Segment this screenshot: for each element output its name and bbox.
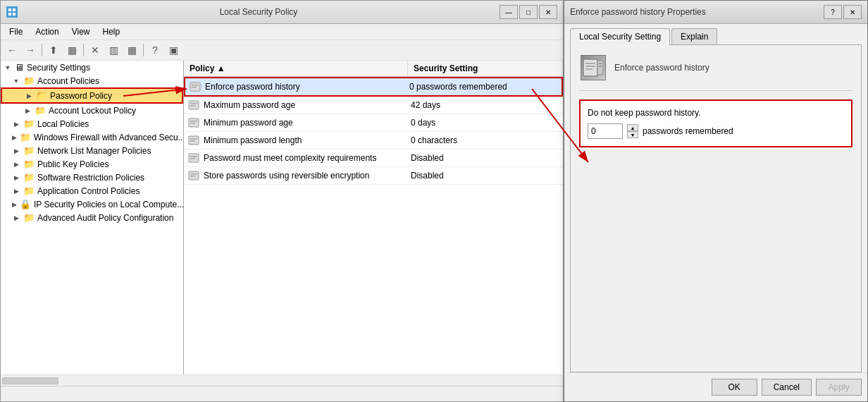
expand-icon-5[interactable]: ▶ bbox=[12, 120, 20, 128]
tree-item-password-policy[interactable]: ▶ 📁 Password Policy bbox=[1, 87, 183, 104]
expand-icon-8[interactable]: ▶ bbox=[12, 160, 20, 169]
tree-item-network-list[interactable]: ▶ 📁 Network List Manager Policies bbox=[1, 144, 183, 157]
status-bar bbox=[1, 386, 563, 401]
list-row[interactable]: Enforce password history 0 passwords rem… bbox=[184, 77, 563, 97]
tree-label-account-lockout: Account Lockout Policy bbox=[49, 106, 136, 116]
dialog-help-button[interactable]: ? bbox=[824, 5, 842, 19]
minimize-button[interactable]: — bbox=[500, 5, 518, 19]
tree-label-password-policy: Password Policy bbox=[50, 91, 112, 101]
tab-explain[interactable]: Explain bbox=[671, 28, 717, 44]
password-count-input[interactable] bbox=[588, 123, 623, 139]
dialog-close-button[interactable]: ✕ bbox=[843, 5, 862, 19]
tree-item-account-lockout-policy[interactable]: ▶ 📁 Account Lockout Policy bbox=[1, 104, 183, 117]
properties-button[interactable]: ▥ bbox=[105, 42, 122, 58]
svg-rect-16 bbox=[190, 140, 195, 142]
show-hide-tree-button[interactable]: ▦ bbox=[63, 42, 80, 58]
close-button[interactable]: ✕ bbox=[539, 5, 557, 19]
delete-button[interactable]: ✕ bbox=[87, 42, 104, 58]
tree-item-app-control[interactable]: ▶ 📁 Application Control Policies bbox=[1, 184, 183, 197]
list-row[interactable]: Store passwords using reversible encrypt… bbox=[184, 167, 563, 185]
expand-icon-7[interactable]: ▶ bbox=[12, 147, 20, 155]
tree-item-ip-security[interactable]: ▶ 🔒 IP Security Policies on Local Comput… bbox=[1, 197, 183, 211]
maximize-button[interactable]: □ bbox=[519, 5, 538, 19]
content-area: ▼ 🖥 Security Settings ▼ 📁 Account Polici… bbox=[1, 61, 563, 374]
dialog-tabs: Local Security Setting Explain bbox=[564, 24, 867, 44]
toolbar: ← → ⬆ ▦ ✕ ▥ ▦ ? ▣ bbox=[1, 40, 563, 61]
svg-rect-24 bbox=[585, 63, 595, 64]
tree-item-advanced-audit[interactable]: ▶ 📁 Advanced Audit Policy Configuration bbox=[1, 211, 183, 224]
list-row[interactable]: Minimum password length 0 characters bbox=[184, 132, 563, 150]
cancel-button[interactable]: Cancel bbox=[762, 379, 812, 396]
expand-icon-11[interactable]: ▶ bbox=[12, 200, 17, 209]
export-button[interactable]: ▣ bbox=[165, 42, 182, 58]
help-button[interactable]: ? bbox=[147, 42, 163, 58]
policy-name: Maximum password age bbox=[204, 100, 408, 110]
expand-icon-2[interactable]: ▼ bbox=[12, 77, 20, 85]
up-button[interactable]: ⬆ bbox=[45, 42, 62, 58]
tree-item-local-policies[interactable]: ▶ 📁 Local Policies bbox=[1, 117, 183, 130]
windows-firewall-icon: 📁 bbox=[20, 132, 31, 142]
svg-rect-2 bbox=[13, 8, 16, 11]
policy-icon bbox=[188, 80, 202, 94]
tree-panel: ▼ 🖥 Security Settings ▼ 📁 Account Polici… bbox=[1, 61, 184, 374]
view-button[interactable]: ▦ bbox=[123, 42, 140, 58]
ip-security-icon: 🔒 bbox=[20, 199, 31, 209]
menu-view[interactable]: View bbox=[66, 25, 96, 38]
expand-icon[interactable]: ▼ bbox=[4, 63, 12, 72]
title-bar: Local Security Policy — □ ✕ bbox=[1, 1, 563, 24]
policy-setting: 0 days bbox=[408, 118, 563, 128]
expand-icon-12[interactable]: ▶ bbox=[12, 214, 20, 222]
forward-button[interactable]: → bbox=[22, 42, 39, 58]
list-row[interactable]: Password must meet complexity requiremen… bbox=[184, 150, 563, 167]
tree-item-account-policies[interactable]: ▼ 📁 Account Policies bbox=[1, 74, 183, 87]
list-row[interactable]: Minimum password age 0 days bbox=[184, 114, 563, 132]
tree-label-security-settings: Security Settings bbox=[27, 63, 90, 73]
toolbar-separator-3 bbox=[143, 44, 144, 56]
tree-item-windows-firewall[interactable]: ▶ 📁 Windows Firewall with Advanced Secu.… bbox=[1, 130, 183, 144]
svg-rect-4 bbox=[13, 13, 16, 16]
spinner-buttons: ▲ ▼ bbox=[627, 124, 638, 138]
back-button[interactable]: ← bbox=[4, 42, 20, 58]
menu-action[interactable]: Action bbox=[30, 25, 64, 38]
policy-icon bbox=[187, 116, 201, 130]
expand-icon-10[interactable]: ▶ bbox=[12, 187, 20, 195]
apply-button[interactable]: Apply bbox=[816, 379, 862, 396]
expand-icon-3[interactable]: ▶ bbox=[25, 92, 33, 100]
svg-rect-15 bbox=[190, 138, 197, 140]
spinner-down-button[interactable]: ▼ bbox=[627, 131, 638, 138]
list-header: Policy ▲ Security Setting bbox=[184, 61, 563, 77]
title-controls: — □ ✕ bbox=[500, 5, 557, 19]
policy-icon-large bbox=[579, 54, 607, 82]
col-header-setting[interactable]: Security Setting bbox=[408, 61, 563, 76]
svg-rect-10 bbox=[190, 105, 195, 106]
menu-file[interactable]: File bbox=[4, 25, 28, 38]
tab-local-security-setting[interactable]: Local Security Setting bbox=[570, 28, 670, 45]
policy-name: Password must meet complexity requiremen… bbox=[204, 153, 408, 163]
toolbar-separator-1 bbox=[42, 44, 42, 56]
dialog-content-panel: Enforce password history Do not keep pas… bbox=[570, 44, 862, 372]
expand-icon-4[interactable]: ▶ bbox=[23, 106, 32, 115]
svg-rect-19 bbox=[190, 158, 195, 159]
list-row[interactable]: Maximum password age 42 days bbox=[184, 97, 563, 114]
dialog-title: Enforce password history Properties bbox=[570, 7, 824, 17]
policy-name: Enforce password history bbox=[205, 82, 407, 92]
ok-button[interactable]: OK bbox=[712, 379, 757, 396]
expand-icon-6[interactable]: ▶ bbox=[12, 133, 17, 142]
policy-setting: Disabled bbox=[408, 171, 563, 181]
expand-icon-9[interactable]: ▶ bbox=[12, 173, 20, 182]
menu-help[interactable]: Help bbox=[97, 25, 126, 38]
tree-item-public-key[interactable]: ▶ 📁 Public Key Policies bbox=[1, 157, 183, 171]
col-header-policy[interactable]: Policy ▲ bbox=[184, 61, 408, 76]
policy-name: Store passwords using reversible encrypt… bbox=[204, 171, 408, 181]
horizontal-scrollbar[interactable] bbox=[1, 374, 563, 386]
tree-item-security-settings[interactable]: ▼ 🖥 Security Settings bbox=[1, 61, 183, 74]
tree-item-software-restriction[interactable]: ▶ 📁 Software Restriction Policies bbox=[1, 171, 183, 184]
scrollbar-thumb[interactable] bbox=[2, 377, 58, 384]
policy-icon bbox=[187, 98, 201, 112]
policy-setting: 42 days bbox=[408, 100, 563, 110]
spinner-up-button[interactable]: ▲ bbox=[627, 124, 638, 131]
list-body: Enforce password history 0 passwords rem… bbox=[184, 77, 563, 374]
svg-rect-12 bbox=[190, 121, 197, 122]
tree-label-account-policies: Account Policies bbox=[37, 76, 99, 86]
svg-rect-22 bbox=[190, 176, 195, 177]
